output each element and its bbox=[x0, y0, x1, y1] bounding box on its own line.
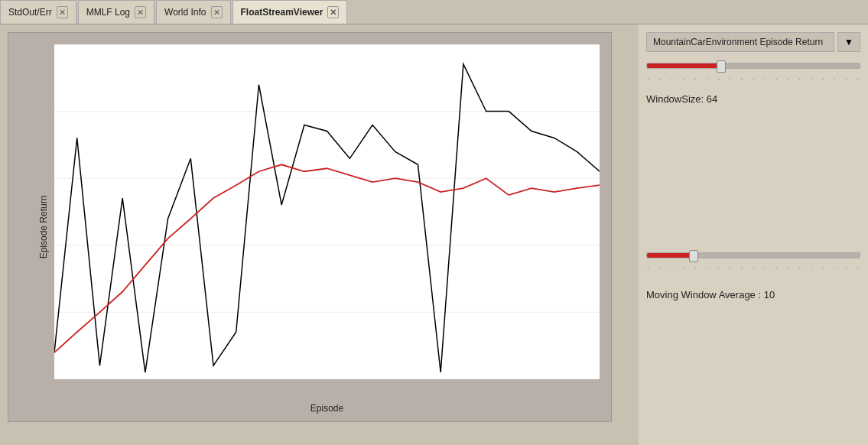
tab-floatstream-label: FloatStreamViewer bbox=[241, 7, 323, 18]
tab-mmlflog-close[interactable]: ✕ bbox=[135, 6, 146, 18]
tab-mmlflog[interactable]: MMLF Log ✕ bbox=[78, 0, 154, 24]
slider2-ticks: ····· ····· ····· ···· bbox=[646, 265, 860, 272]
tab-stdout[interactable]: StdOut/Err ✕ bbox=[0, 0, 76, 24]
tab-stdout-label: StdOut/Err bbox=[8, 7, 52, 18]
tab-worldinfo-close[interactable]: ✕ bbox=[211, 6, 223, 18]
dropdown-row: MountainCarEnvironment Episode Return ▼ bbox=[646, 32, 860, 52]
chart-container: Episode Return 0 −100 −200 −300 −400 bbox=[8, 32, 612, 422]
y-axis-label: Episode Return bbox=[38, 196, 49, 259]
tab-bar: StdOut/Err ✕ MMLF Log ✕ World Info ✕ Flo… bbox=[0, 0, 868, 24]
dropdown-arrow-btn[interactable]: ▼ bbox=[837, 32, 860, 52]
tab-worldinfo[interactable]: World Info ✕ bbox=[156, 0, 230, 24]
x-axis-label: Episode bbox=[54, 403, 600, 414]
tab-mmlflog-label: MMLF Log bbox=[86, 7, 130, 18]
slider2-track[interactable] bbox=[646, 252, 860, 258]
tab-worldinfo-label: World Info bbox=[164, 7, 206, 18]
slider2-container: ····· ····· ····· ···· bbox=[646, 249, 860, 272]
raw-data-line bbox=[54, 64, 600, 372]
moving-avg-label: Moving Window Average : 10 bbox=[646, 286, 860, 304]
tab-stdout-close[interactable]: ✕ bbox=[57, 6, 68, 18]
slider1-track[interactable] bbox=[646, 63, 860, 69]
stream-dropdown[interactable]: MountainCarEnvironment Episode Return bbox=[646, 32, 834, 52]
tab-floatstream[interactable]: FloatStreamViewer ✕ bbox=[232, 0, 348, 24]
main-content: Episode Return 0 −100 −200 −300 −400 bbox=[0, 24, 868, 445]
moving-avg-line bbox=[54, 164, 600, 352]
slider2-fill bbox=[647, 253, 694, 258]
window-size-label: WindowSize: 64 bbox=[646, 90, 860, 108]
slider2-thumb[interactable] bbox=[689, 250, 698, 262]
slider1-thumb[interactable] bbox=[717, 60, 726, 73]
chart-inner: 0 −100 −200 −300 −400 −500 0 5 10 15 20 bbox=[54, 44, 600, 379]
slider1-container: ····· ····· ····· ···· bbox=[646, 60, 860, 83]
slider1-ticks: ····· ····· ····· ···· bbox=[646, 75, 860, 83]
chart-svg: 0 −100 −200 −300 −400 −500 0 5 10 15 20 bbox=[54, 44, 600, 379]
slider1-fill bbox=[647, 63, 721, 68]
chart-area: Episode Return 0 −100 −200 −300 −400 bbox=[0, 24, 639, 445]
tab-floatstream-close[interactable]: ✕ bbox=[327, 6, 339, 18]
right-panel: MountainCarEnvironment Episode Return ▼ … bbox=[639, 24, 868, 445]
